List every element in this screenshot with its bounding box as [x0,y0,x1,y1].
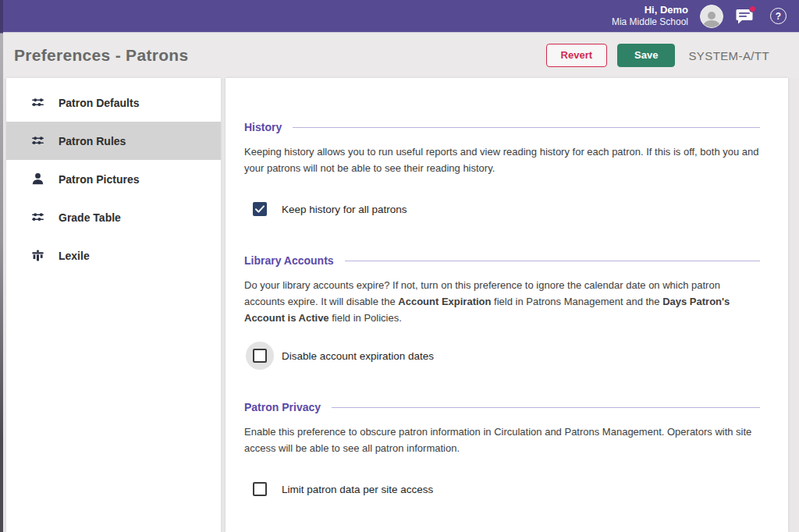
user-info: Hi, Demo Mia Middle School [612,4,688,28]
question-mark-icon: ? [776,11,781,22]
sidebar-item-patron-pictures[interactable]: Patron Pictures [6,160,221,198]
sidebar-item-patron-rules[interactable]: Patron Rules [6,122,221,160]
topbar: Hi, Demo Mia Middle School ? [0,0,799,33]
checkbox-label: Limit patron data per site access [282,484,433,495]
limit-patron-data-checkbox[interactable] [253,482,267,496]
sliders-icon [30,95,45,110]
user-greeting: Hi, Demo [612,4,688,16]
keep-history-checkbox[interactable] [253,202,267,216]
section-description: Enable this preference to obscure patron… [244,424,760,456]
page-title: Preferences - Patrons [14,46,188,65]
system-scope-label: SYSTEM-A/TT [688,49,769,62]
section-patron-privacy: Patron Privacy Enable this preference to… [244,401,760,503]
sidebar-item-grade-table[interactable]: Grade Table [6,198,221,236]
user-school: Mia Middle School [612,16,688,28]
person-silhouette-icon [701,9,722,27]
checkmark-icon [255,205,265,213]
sidebar-item-label: Lexile [59,250,90,262]
section-description: Keeping history allows you to run useful… [244,144,760,176]
section-title: Library Accounts [244,254,334,267]
sidebar-item-label: Patron Defaults [59,97,139,109]
header-actions: Revert Save SYSTEM-A/TT [546,44,769,67]
checkbox-halo [246,342,274,370]
notification-dot [749,5,756,12]
section-divider [345,261,760,261]
disable-expiration-checkbox[interactable] [253,349,267,363]
user-avatar[interactable] [700,5,723,28]
sliders-icon [30,133,45,148]
section-title: History [244,121,282,133]
section-title: Patron Privacy [244,401,321,413]
sidebar-item-label: Patron Pictures [59,173,139,186]
sidebar-item-label: Grade Table [59,211,121,224]
sliders-icon [30,210,45,225]
section-library-accounts: Library Accounts Do your library account… [244,254,760,370]
messages-button[interactable] [735,8,754,25]
revert-button[interactable]: Revert [546,44,607,67]
bold-term: Account Expiration [398,296,491,307]
checkbox-label: Disable account expiration dates [282,350,434,362]
disable-expiration-row: Disable account expiration dates [246,342,760,370]
limit-patron-data-row: Limit patron data per site access [246,475,760,503]
checkbox-halo [246,475,274,503]
checkbox-halo [246,195,274,223]
save-button[interactable]: Save [617,44,675,67]
help-button[interactable]: ? [770,8,787,24]
section-divider [332,407,760,408]
section-divider [293,127,760,128]
preferences-main-panel: History Keeping history allows you to ru… [225,78,788,532]
sidebar-item-patron-defaults[interactable]: Patron Defaults [6,83,221,122]
keep-history-row: Keep history for all patrons [246,195,760,223]
sidebar-item-lexile[interactable]: Lexile [6,236,221,275]
person-icon [30,172,45,186]
sidebar-item-label: Patron Rules [59,135,126,147]
page-header: Preferences - Patrons Revert Save SYSTEM… [0,33,799,78]
checkbox-label: Keep history for all patrons [282,204,407,215]
section-history: History Keeping history allows you to ru… [244,121,760,223]
preferences-sidebar: Patron Defaults Patron Rules Patron Pict… [6,78,221,532]
window-left-edge [0,0,3,532]
lexile-icon [30,248,45,263]
section-description: Do your library accounts expire? If not,… [244,277,760,326]
